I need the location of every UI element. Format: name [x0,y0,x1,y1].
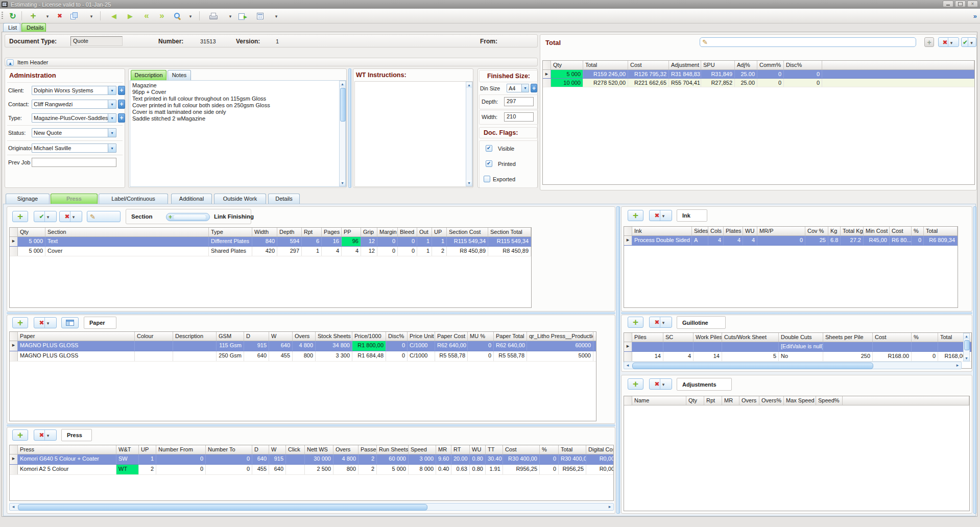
grid-cell[interactable]: R6 80... [890,236,912,245]
grid-cell[interactable]: R30 400,00 [503,454,540,464]
column-header[interactable]: Paper [18,332,135,341]
print-dropdown-button[interactable] [225,10,236,21]
section-add-button[interactable] [12,211,28,222]
grid-cell[interactable]: 1 [432,237,447,246]
grid-cell[interactable]: 4 [743,236,757,245]
grid-cell[interactable]: 2 [358,454,377,464]
section-edit-field[interactable] [87,211,121,222]
grid-cell[interactable] [873,342,912,351]
grid-cell[interactable]: 640 [269,341,293,351]
column-header[interactable]: Run Sheets [377,445,409,454]
tab-press[interactable]: Press [51,194,98,204]
add-button[interactable] [28,10,39,21]
grid-cell[interactable]: 5 000 [18,237,45,246]
scrollbar-thumb[interactable] [632,363,873,369]
grid-cell[interactable]: 0 [398,247,417,256]
grid-cell[interactable]: 25.00 [735,70,757,78]
column-header[interactable]: Press [18,445,116,454]
wt-instructions-text-area[interactable]: ▴ ▾ [354,81,473,187]
search-button[interactable] [172,10,183,21]
adjustments-delete-button[interactable] [649,378,672,390]
originator-combo[interactable]: Michael Saville▾ [32,143,116,153]
tab-signage[interactable]: Signage [6,194,50,204]
grid-cell[interactable]: 640 [244,351,269,361]
grid-cell[interactable]: 6.8 [828,236,841,245]
splitter-horizontal[interactable] [621,312,972,314]
column-header[interactable]: D [244,332,269,341]
column-header[interactable]: W [269,332,293,341]
ink-delete-dropdown[interactable] [660,210,667,221]
grid-cell[interactable]: 27.2 [841,236,864,245]
grid-cell[interactable]: 25.00 [735,79,757,87]
adjustments-delete-dropdown[interactable] [660,379,667,389]
tab-outside-work[interactable]: Outside Work [214,194,266,204]
grid-cell[interactable]: 0 [784,70,822,78]
row-indicator[interactable] [624,352,632,361]
grid-cell[interactable]: 1 [417,237,432,246]
grid-cell[interactable]: 840 [252,237,277,246]
grid-cell[interactable]: 4 [342,247,361,256]
grid-cell[interactable] [286,465,305,474]
column-header[interactable]: SC [663,333,694,342]
column-header[interactable]: Margin [377,228,398,236]
scrollbar-thumb[interactable] [340,88,346,122]
scroll-left-icon[interactable]: ◂ [625,362,631,369]
grid-cell[interactable]: A [692,236,708,245]
grid-cell[interactable] [722,342,779,351]
grid-cell[interactable]: R168.00 [873,352,912,361]
grid-row[interactable]: ▸Komori G640 5 Colour + CoaterSW10064091… [10,454,613,465]
right-scroll-strip[interactable] [973,206,976,514]
column-header[interactable]: Number To [206,445,252,454]
column-header[interactable]: Piles [632,333,663,342]
grid-cell[interactable]: R956,25 [503,465,540,474]
grid-cell[interactable]: 0 [784,79,822,87]
column-header[interactable]: MR [722,396,739,405]
grid-cell[interactable]: MAGNO PLUS GLOSS [18,351,135,361]
grid-cell[interactable]: 12 [361,237,377,246]
column-header[interactable]: Ink [632,227,692,235]
grid-cell[interactable]: R55 704,41 [669,79,701,87]
column-header[interactable]: Name [632,396,686,405]
column-header[interactable]: Min Cost [864,227,890,235]
link-finishing-pill[interactable]: + [166,213,210,221]
grid-cell[interactable]: R62 640,00 [435,341,468,351]
guillotine-vscrollbar[interactable]: ▴ ▾ [963,333,970,362]
grid-cell[interactable]: 0 [912,236,924,245]
printed-checkbox[interactable] [486,160,492,167]
scroll-left-icon[interactable]: ◂ [10,504,16,510]
column-header[interactable]: Cuts/Work Sheet [722,333,779,342]
guillotine-delete-button[interactable] [649,317,672,328]
ink-add-button[interactable] [628,210,643,221]
column-header[interactable]: SPU [701,61,735,69]
row-indicator[interactable] [10,351,18,361]
client-combo[interactable]: Dolphin Worxs Systems▾ [32,86,116,95]
grid-cell[interactable]: 455 [252,465,269,474]
column-header[interactable]: TT [486,445,503,454]
grid-cell[interactable]: R278 520,00 [583,79,628,87]
scroll-up-icon[interactable]: ▴ [340,81,345,87]
column-header[interactable]: Passes [358,445,377,454]
total-confirm-dropdown[interactable] [968,38,975,46]
grid-cell[interactable]: 0 [206,454,252,464]
grid-cell[interactable]: 0.80 [470,454,486,464]
column-header[interactable]: qr_Litho Press__Production Qty [527,332,593,341]
row-indicator[interactable]: ▸ [10,454,18,464]
grid-cell[interactable]: 800 [333,465,358,474]
type-combo[interactable]: Magazine-PlusCover-Saddlesti...▾ [32,113,116,123]
duplicate-dropdown-button[interactable] [86,10,97,21]
grid-cell[interactable] [663,342,694,351]
grid-cell[interactable]: 2 [358,465,377,474]
column-header[interactable]: Total [559,445,586,454]
row-indicator[interactable] [543,79,551,87]
client-add-button[interactable]: + [118,86,125,95]
column-header[interactable]: Paper Total [494,332,527,341]
grid-cell[interactable] [632,342,663,351]
grid-cell[interactable] [173,351,217,361]
column-header[interactable]: Max Speed [784,396,816,405]
chevron-down-icon[interactable]: ▾ [108,86,116,94]
total-edit-field[interactable] [700,37,916,47]
column-header[interactable]: Adjustment [669,61,701,69]
section-delete-dropdown[interactable] [70,211,77,222]
calculator-dropdown-button[interactable] [271,10,282,21]
scrollbar-thumb[interactable] [18,504,427,511]
